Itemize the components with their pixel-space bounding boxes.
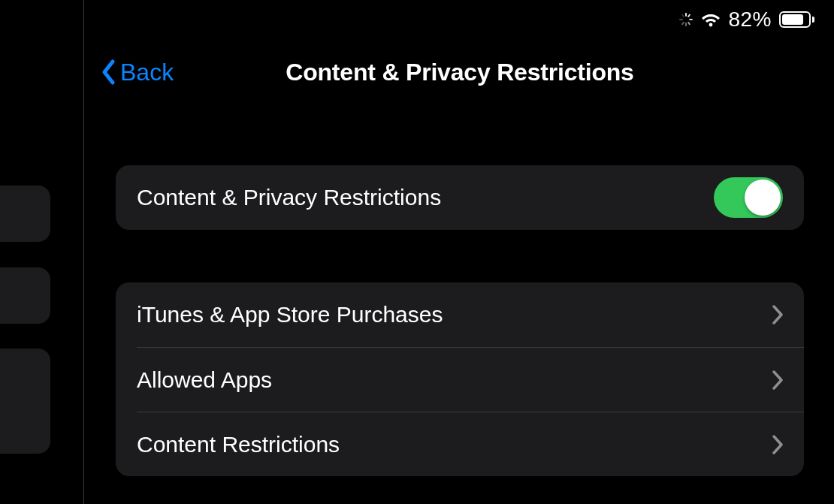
- chevron-right-icon: [772, 305, 783, 324]
- chevron-right-icon: [772, 370, 783, 390]
- chevron-left-icon: [101, 59, 116, 86]
- row-itunes-app-store-purchases[interactable]: iTunes & App Store Purchases: [116, 282, 804, 347]
- sidebar-item[interactable]: [0, 349, 50, 454]
- sidebar-item[interactable]: [0, 267, 50, 324]
- settings-group-toggle: Content & Privacy Restrictions: [116, 165, 804, 230]
- row-content-restrictions[interactable]: Content Restrictions: [137, 412, 804, 476]
- back-button[interactable]: Back: [101, 59, 174, 86]
- back-label: Back: [120, 59, 174, 86]
- switch-knob: [745, 180, 781, 216]
- toggle-switch[interactable]: [714, 177, 783, 218]
- nav-header: Back Content & Privacy Restrictions: [86, 50, 834, 95]
- sidebar-item[interactable]: [0, 186, 50, 242]
- row-label: Content Restrictions: [137, 432, 340, 457]
- row-allowed-apps[interactable]: Allowed Apps: [137, 347, 804, 412]
- row-label: Content & Privacy Restrictions: [137, 185, 441, 210]
- settings-group-links: iTunes & App Store Purchases Allowed App…: [116, 282, 804, 476]
- page-title: Content & Privacy Restrictions: [86, 59, 834, 86]
- row-label: Allowed Apps: [137, 367, 272, 393]
- row-label: iTunes & App Store Purchases: [137, 302, 443, 327]
- sidebar-partial: [0, 0, 84, 504]
- row-content-privacy-restrictions[interactable]: Content & Privacy Restrictions: [116, 165, 804, 230]
- chevron-right-icon: [772, 435, 783, 454]
